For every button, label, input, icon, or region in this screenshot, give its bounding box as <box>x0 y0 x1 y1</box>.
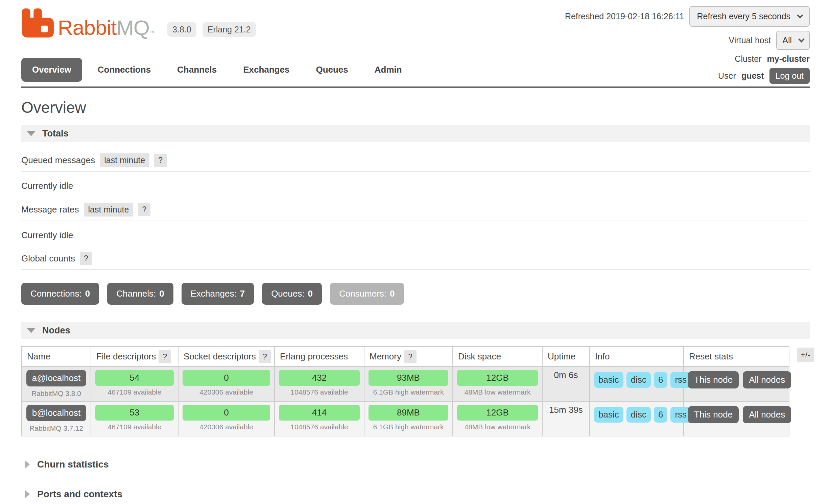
tab-exchanges[interactable]: Exchanges <box>232 58 300 82</box>
tab-connections[interactable]: Connections <box>87 58 162 82</box>
section-ports-and-contexts[interactable]: Ports and contexts <box>21 482 810 504</box>
col-reset-stats: Reset stats <box>684 347 789 367</box>
node-b-sd-cell: 0 420306 available <box>178 401 275 436</box>
col-memory: Memory? <box>364 347 453 367</box>
node-b-info-cell: basic disc 6 rss <box>590 401 684 436</box>
node-a-info-badges: basic disc 6 rss <box>594 370 679 388</box>
global-counts-row: Global counts ? <box>21 252 810 270</box>
rates-help-icon[interactable]: ? <box>138 203 150 216</box>
rabbitmq-version-badge: 3.8.0 <box>167 22 196 37</box>
tab-overview[interactable]: Overview <box>21 58 82 82</box>
info-badge-basic: basic <box>594 372 623 388</box>
section-churn-statistics[interactable]: Churn statistics <box>21 453 810 476</box>
trademark-symbol: ™ <box>149 30 155 36</box>
col-name-label: Name <box>27 351 50 361</box>
node-b-sd-value: 0 <box>183 405 270 421</box>
version-badges: 3.8.0 Erlang 21.2 <box>167 22 256 37</box>
rabbitmq-overview-page: RabbitMQ™ 3.8.0 Erlang 21.2 Refreshed 20… <box>0 0 831 504</box>
reset-all-nodes-button[interactable]: All nodes <box>743 371 791 388</box>
consumers-count-label: Consumers: <box>339 288 386 299</box>
column-toggle-button[interactable]: +/- <box>797 348 814 362</box>
nodes-table: Name File descriptors? Socket descriptor… <box>21 346 789 436</box>
reset-all-nodes-button[interactable]: All nodes <box>743 406 791 423</box>
node-a-info-cell: basic disc 6 rss <box>590 367 684 401</box>
rabbitmq-rabbit-icon <box>21 8 54 38</box>
nodes-table-area: Name File descriptors? Socket descriptor… <box>21 346 810 436</box>
node-b-memory-watermark: 6.1GB high watermark <box>369 423 448 431</box>
fd-help-icon[interactable]: ? <box>159 350 171 363</box>
node-b-uptime: 15m 39s <box>542 401 590 436</box>
info-badge-plugins-count: 6 <box>654 407 667 423</box>
channels-count-value: 0 <box>159 288 164 299</box>
section-nodes[interactable]: Nodes <box>21 322 810 339</box>
user-label: User <box>718 71 736 81</box>
node-b-version: RabbitMQ 3.7.12 <box>26 424 87 432</box>
channels-count-button[interactable]: Channels: 0 <box>107 283 173 305</box>
node-b-memory-cell: 89MB 6.1GB high watermark <box>364 401 453 436</box>
queues-count-button[interactable]: Queues: 0 <box>262 283 322 305</box>
node-a-memory-watermark: 6.1GB high watermark <box>369 388 448 396</box>
queues-count-label: Queues: <box>271 288 304 299</box>
node-b-proc-cell: 414 1048576 available <box>275 401 364 436</box>
virtual-host-select[interactable]: All <box>776 31 810 50</box>
section-churn-statistics-label: Churn statistics <box>37 459 109 470</box>
node-b-memory-value: 89MB <box>369 405 448 421</box>
node-a-proc-available: 1048576 available <box>279 388 360 396</box>
header: RabbitMQ™ 3.8.0 Erlang 21.2 Refreshed 20… <box>21 0 810 88</box>
node-b-name-badge[interactable]: b@localhost <box>26 405 86 421</box>
erlang-version-badge: Erlang 21.2 <box>203 22 256 37</box>
section-totals-label: Totals <box>42 128 69 139</box>
cluster-name: my-cluster <box>767 54 810 64</box>
col-reset-stats-label: Reset stats <box>689 351 733 361</box>
triangle-down-icon <box>27 131 35 136</box>
node-b-reset-cell: This node All nodes <box>684 401 789 436</box>
node-row-a: a@localhost RabbitMQ 3.8.0 54 467109 ava… <box>22 367 789 401</box>
node-a-fd-cell: 54 467109 available <box>91 367 178 401</box>
queued-messages-label: Queued messages <box>21 155 95 166</box>
node-b-proc-available: 1048576 available <box>279 423 360 431</box>
reset-this-node-button[interactable]: This node <box>688 371 739 388</box>
info-badge-basic: basic <box>594 407 623 423</box>
tab-queues[interactable]: Queues <box>305 58 359 82</box>
reset-this-node-button[interactable]: This node <box>688 406 739 423</box>
tab-admin[interactable]: Admin <box>364 58 413 82</box>
tab-channels[interactable]: Channels <box>166 58 228 82</box>
message-rates-label: Message rates <box>21 204 79 215</box>
queues-count-value: 0 <box>308 288 312 299</box>
section-totals[interactable]: Totals <box>21 125 810 142</box>
sd-help-icon[interactable]: ? <box>259 350 271 363</box>
virtual-host-value: All <box>782 35 792 45</box>
col-erlang-processes-label: Erlang processes <box>280 351 348 361</box>
refresh-row: Refreshed 2019-02-18 16:26:11 Refresh ev… <box>565 6 810 27</box>
exchanges-count-button[interactable]: Exchanges: 7 <box>182 283 254 305</box>
col-file-descriptors: File descriptors? <box>91 347 178 367</box>
global-count-buttons: Connections: 0 Channels: 0 Exchanges: 7 … <box>21 283 810 305</box>
col-name: Name <box>22 347 91 367</box>
header-right-controls: Refreshed 2019-02-18 16:26:11 Refresh ev… <box>565 6 810 84</box>
global-counts-help-icon[interactable]: ? <box>80 252 92 265</box>
col-disk-space: Disk space <box>453 347 542 367</box>
node-b-disk-cell: 12GB 48MB low watermark <box>453 401 542 436</box>
chevron-down-icon <box>798 36 804 42</box>
node-a-reset-cell: This node All nodes <box>684 367 789 401</box>
logout-button[interactable]: Log out <box>769 68 810 84</box>
connections-count-button[interactable]: Connections: 0 <box>21 283 99 305</box>
cluster-row: Cluster my-cluster <box>735 54 810 64</box>
node-a-name-badge[interactable]: a@localhost <box>26 370 86 386</box>
connections-count-value: 0 <box>85 288 90 299</box>
tabs-divider <box>21 86 810 88</box>
node-b-fd-cell: 53 467109 available <box>91 401 178 436</box>
memory-help-icon[interactable]: ? <box>404 350 417 363</box>
queued-period-badge: last minute <box>100 153 149 167</box>
node-a-reset-buttons: This node All nodes <box>688 370 785 388</box>
queued-help-icon[interactable]: ? <box>154 154 167 167</box>
global-counts-label: Global counts <box>21 253 75 264</box>
exchanges-count-value: 7 <box>240 288 245 299</box>
consumers-count-button: Consumers: 0 <box>330 283 404 305</box>
node-b-name-cell: b@localhost RabbitMQ 3.7.12 <box>22 401 91 436</box>
node-b-fd-available: 467109 available <box>95 423 174 431</box>
refresh-interval-select[interactable]: Refresh every 5 seconds <box>689 6 810 27</box>
node-a-sd-cell: 0 420306 available <box>178 367 275 401</box>
info-badge-disc: disc <box>626 372 651 388</box>
virtual-host-row: Virtual host All <box>729 31 810 50</box>
